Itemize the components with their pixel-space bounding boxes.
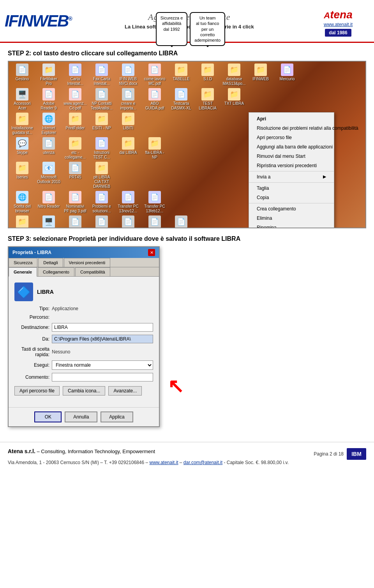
footer-company: Atena s.r.l. – Consulting, Information T… [8,448,155,454]
bubble-sicurezza: Sicurezza e affidabilità dal 1992 [156,12,187,46]
desktop-icon-outlook[interactable]: 📧Microsoft Outlook 2010 [37,162,60,189]
desktop-icon-tabelle[interactable]: 📁TABELLE [169,64,193,86]
desktop-icon-skype[interactable]: 💬Skype [11,137,34,160]
desktop-icon-iseries[interactable]: 📁Iseries [11,162,34,189]
context-menu-item-apri[interactable]: Apri [249,114,334,124]
context-menu-item-elimina[interactable]: Elimina [249,214,334,223]
logo-area: IFINWEB® [5,12,72,30]
dialog-close-button[interactable]: ✕ [148,249,155,256]
field-destinazione: Destinazione: [14,323,153,332]
desktop-icon-contratto[interactable]: 📄contratto... [169,215,193,228]
desktop-icon-transfer1[interactable]: 📄Transfer PC 13nov12... [116,191,140,214]
desktop-icon-np[interactable]: 📄NP Contatti TestAnalisi... [90,88,113,111]
desktop-icon-sid[interactable]: 📁S.I.D [196,64,219,86]
field-da-input[interactable] [52,335,153,343]
context-menu-item-copia[interactable]: Copia [249,193,334,202]
btn-ok[interactable]: OK [34,411,62,422]
desktop-icon-ispezioni[interactable]: 📄Ispezioni-a... [116,215,140,228]
step3-label: STEP 3 [8,235,29,242]
desktop-icon-transfer2[interactable]: 📄Transfer PC 13feb12... [143,191,166,214]
desktop-icon-agenz[interactable]: 📄www.agenz... Co.pdf [64,88,87,111]
desktop-icon-installazione[interactable]: 📁Installazione guidata st... [11,113,34,135]
tab-collegamento[interactable]: Collegamento [38,267,74,276]
desktop-icon-filemaker[interactable]: 📁FileMaker Pro [37,64,60,86]
field-commento-input[interactable] [52,373,153,381]
main-content: STEP 2: col tasto destro cliccare sul co… [0,43,374,434]
atena-url[interactable]: www.atenait.it [324,22,353,27]
desktop-icon-nitro[interactable]: 📄Nitro Reader [37,191,60,214]
field-dest-label: Destinazione: [14,325,49,330]
desktop-icon-problemi[interactable]: 📄Problemi e soluzioni... [90,191,113,214]
context-menu-item-rimuovi[interactable]: Rimuovi dal menu Start [249,152,334,161]
desktop-icon-creare[interactable]: 📄creare e importa... [116,88,140,111]
desktop-icon-gestino[interactable]: 📄Gestino [11,64,34,86]
context-menu-item-taglia[interactable]: Taglia [249,184,334,193]
context-menu-item-ripristina[interactable]: Ripristina versioni precedenti [249,161,334,170]
field-tipo-value: Applicazione [52,306,78,311]
desktop-icon-testcarta[interactable]: 📄Testcarta DASMX-XL [169,88,193,111]
desktop-icon-etc[interactable]: 📁etc - collegame... [64,137,87,160]
footer-website[interactable]: www.atenait.it [149,460,178,465]
field-percorso: Percorso: [14,314,153,320]
desktop-icon-libiti[interactable]: 📁LIBITI [116,113,140,135]
context-menu-item-crea[interactable]: Crea collegamento [249,204,334,214]
footer-top-row: Atena s.r.l. – Consulting, Information T… [8,448,366,460]
desktop-icon-scelta[interactable]: 🌐Scelta del browser [11,191,34,214]
tab-dettagli[interactable]: Dettagli [38,258,63,267]
desktop-icon-odf[interactable]: 📄ODF Sched... [90,215,113,228]
desktop-icon-adobe[interactable]: 📄Adobe Reader 9 [37,88,60,111]
desktop-icon-prt45[interactable]: 📄PRT45 [64,162,87,189]
desktop-icon-atena[interactable]: 📄Atena -raccomanu... [64,215,87,228]
desktop-icon-mercurio[interactable]: 📄Mercurio [275,64,299,86]
desktop-icon-dal-libra[interactable]: 📁dal LIBRA [116,137,140,160]
desktop-icon-fta-libra[interactable]: 📁fta-LIBRA - NP [143,137,166,160]
context-menu-item-risoluzione[interactable]: Risoluzione dei problemi relativi alla c… [249,124,334,133]
desktop-icon-plt[interactable]: 📁plt LIBRA CIA TXT DARWEB [90,162,113,189]
desktop-icon-fax[interactable]: 📄Fax Carta Intestat... [90,64,113,86]
field-esegui-select[interactable]: Finestra normale [52,360,153,370]
desktop-icon-ifinweb[interactable]: 📄IFIN WEB NVCi.docx [116,64,140,86]
desktop-icon-abo[interactable]: 📄ABO GUIDA.pdf [143,88,166,111]
desktop-icon-accessori[interactable]: 🖥️Accessori Acer [11,88,34,111]
dialog-app-name: LIBRA [37,289,54,295]
desktop-icon-database[interactable]: 📁database MAS13&po... [222,64,246,86]
ifinweb-logo: IFINWEB® [5,12,72,30]
desktop-icon-nadia[interactable]: 📄Nadia [143,215,166,228]
btn-applica[interactable]: Applica [101,411,133,422]
desktop-icon-nominativi[interactable]: 📄Nominativi PF pag 3.pdf [64,191,87,214]
context-menu-item-aggiungi[interactable]: Aggiungi alla barra delle applicazioni [249,142,334,152]
tab-versioni[interactable]: Versioni precedenti [64,258,111,267]
desktop-icon-carta[interactable]: 📄Carta Intestat... [64,64,87,86]
desktop-icon-test-libr[interactable]: 📁TEST LIBRACIA [196,88,219,111]
desktop-icon-utenza[interactable]: 📄utenza [37,137,60,160]
tab-compatibilita[interactable]: Compatibilità [75,267,110,276]
tab-sicurezza[interactable]: Sicurezza [9,258,37,267]
desktop-icon-ie[interactable]: 🌐Internet Explorer [37,113,60,135]
desktop-icon-ifinweb2[interactable]: 📁IFINWEB [249,64,272,86]
desktop-icon-esiti[interactable]: 📁ESITI - NP [90,113,113,135]
context-menu-item-rinomina[interactable]: Rinomina [249,223,334,228]
btn-avanzate[interactable]: Avanzate... [108,386,142,396]
dialog-ok-row: OK Annulla Applica [9,407,159,426]
footer-email[interactable]: dar.com@atenait.it [183,460,222,465]
context-menu-item-percorso[interactable]: Apri percorso file [249,133,334,142]
btn-annulla[interactable]: Annulla [65,411,97,422]
desktop-icon-istruzioni[interactable]: 📄Istruzioni TEST C... [90,137,113,160]
field-dest-input[interactable] [52,323,153,332]
atena-area: Atena www.atenait.it dal 1986 [307,5,369,37]
desktop-icon-teamviewer[interactable]: 🖥️TeamViewer 7 [37,215,60,228]
field-commento: Commento: [14,373,153,381]
tab-generale[interactable]: Generale [9,267,37,277]
btn-apri-percorso[interactable]: Apri percorso file [14,386,60,396]
desktop-icon-fmicd[interactable]: 📁FMICD [11,215,34,228]
dialog-bottom-buttons: Apri percorso file Cambia icona... Avanz… [14,386,153,396]
field-commento-label: Commento: [14,374,49,380]
company-name: Atena s.r.l. [8,448,35,454]
btn-cambia-icona[interactable]: Cambia icona... [63,386,105,396]
context-menu-item-invia[interactable]: Invia a ▶ [249,172,334,182]
bubble2-line1: Un team [199,16,216,20]
desktop-icon-txt[interactable]: 📁TXT LIBRA [222,88,246,111]
desktop-icon-come[interactable]: 📄come lavoro MC.pdf [143,64,166,86]
bubble-team: Un team al tuo fianco per un corretto ad… [190,12,225,46]
desktop-icon-printfolder[interactable]: 📁PrintFolder [64,113,87,135]
